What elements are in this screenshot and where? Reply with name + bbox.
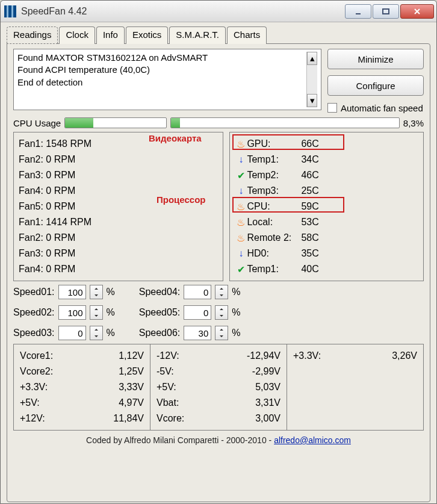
voltage-reading: +3.3V:3,26V xyxy=(293,348,417,364)
tab-exotics[interactable]: Exotics xyxy=(126,26,168,44)
speed-spinner[interactable] xyxy=(90,326,103,340)
log-line: Found MAXTOR STM3160212A on AdvSMART xyxy=(17,52,306,64)
arrow-down-icon: ↓ xyxy=(238,154,243,165)
app-window: SpeedFan 4.42 Readings Clock Info Exotic… xyxy=(0,0,437,504)
fan-reading: Fan2: 0 RPM xyxy=(19,152,218,167)
speed-spinner[interactable] xyxy=(215,285,228,299)
speed-input[interactable] xyxy=(184,326,211,340)
voltage-value: 3,26V xyxy=(336,350,417,361)
voltage-label: Vbat: xyxy=(157,397,200,408)
temp-reading: ✔Temp2:46C xyxy=(235,167,418,183)
voltage-panel: Vcore1:1,12VVcore2:1,25V+3.3V:3,33V+5V:4… xyxy=(13,344,424,431)
minimize-button[interactable]: Minimize xyxy=(327,49,424,69)
scroll-up-icon[interactable]: ▴ xyxy=(307,52,317,65)
arrow-down-icon: ↓ xyxy=(238,248,243,259)
voltage-label: -5V: xyxy=(157,366,200,377)
speed-spinner[interactable] xyxy=(215,305,228,320)
voltage-value: 1,25V xyxy=(63,366,144,377)
window-maximize-button[interactable] xyxy=(373,4,399,19)
tab-clock[interactable]: Clock xyxy=(59,26,95,44)
speed-control: Speed06:% xyxy=(139,326,241,340)
speed-input[interactable] xyxy=(184,305,211,320)
voltage-value: -2,99V xyxy=(200,366,280,377)
temp-value: 25C xyxy=(301,185,331,196)
voltage-value: -12,94V xyxy=(200,350,280,361)
log-scrollbar[interactable]: ▴ ▾ xyxy=(306,52,317,107)
autofan-label: Automatic fan speed xyxy=(341,103,423,114)
check-icon: ✔ xyxy=(237,264,245,275)
speed-spinner[interactable] xyxy=(90,285,103,299)
cpu-usage-row: CPU Usage 8,3% xyxy=(13,117,424,128)
temp-label: Temp1: xyxy=(247,154,301,165)
voltage-label: +5V: xyxy=(157,382,200,393)
temp-reading: ↓Temp1:34C xyxy=(235,152,418,167)
voltage-reading: +5V:4,97V xyxy=(20,395,144,411)
voltage-reading: +5V:5,03V xyxy=(157,379,280,395)
scroll-track[interactable] xyxy=(307,65,317,94)
speed-label: Speed03: xyxy=(13,328,55,338)
voltage-value: 5,03V xyxy=(200,382,280,393)
temp-label: Temp1: xyxy=(247,264,301,275)
window-minimize-button[interactable] xyxy=(345,4,371,19)
speed-label: Speed04: xyxy=(139,287,181,297)
highlight-cpu-box xyxy=(232,197,344,213)
speed-label: Speed02: xyxy=(13,307,55,318)
voltage-label: Vcore2: xyxy=(20,366,63,377)
arrow-down-icon: ↓ xyxy=(238,185,243,196)
fan-reading: Fan3: 0 RPM xyxy=(19,167,218,183)
speed-input[interactable] xyxy=(184,285,211,299)
autofan-checkbox[interactable] xyxy=(327,103,337,113)
flame-icon: ♨ xyxy=(237,232,245,244)
temp-reading: ♨Local:53C xyxy=(235,214,418,230)
speed-label: Speed06: xyxy=(139,328,181,338)
speed-spinner[interactable] xyxy=(215,326,228,340)
voltage-reading: +3.3V:3,33V xyxy=(20,379,144,395)
voltage-label: +3.3V: xyxy=(293,350,336,361)
voltage-value: 3,33V xyxy=(63,382,144,393)
voltage-reading: -12V:-12,94V xyxy=(157,348,280,364)
voltage-reading: Vbat:3,31V xyxy=(157,395,280,411)
voltage-label: +3.3V: xyxy=(20,382,63,393)
footer: Coded by Alfredo Milani Comparetti - 200… xyxy=(13,434,424,445)
speed-input[interactable] xyxy=(58,326,86,340)
footer-email-link[interactable]: alfredo@almico.com xyxy=(274,435,351,445)
cpu-usage-value: 8,3% xyxy=(403,118,424,128)
log-line: Found ACPI temperature (40,0C) xyxy=(17,64,306,76)
speed-control: Speed05:% xyxy=(139,305,241,320)
detection-log[interactable]: Found MAXTOR STM3160212A on AdvSMART Fou… xyxy=(13,49,321,110)
tab-body: Found MAXTOR STM3160212A on AdvSMART Fou… xyxy=(7,43,430,502)
tab-charts[interactable]: Charts xyxy=(227,26,267,44)
tab-readings[interactable]: Readings xyxy=(7,26,58,44)
speed-input[interactable] xyxy=(58,285,86,299)
fan-reading: Fan1: 1414 RPM xyxy=(19,214,218,230)
fan-reading: Fan2: 0 RPM xyxy=(19,230,218,246)
speed-input[interactable] xyxy=(58,305,86,320)
cpu-core1-bar xyxy=(64,117,167,128)
voltage-reading: Vcore1:1,12V xyxy=(20,348,144,364)
speed-spinner[interactable] xyxy=(90,305,103,320)
temp-label: HD0: xyxy=(247,248,301,259)
configure-button[interactable]: Configure xyxy=(327,75,424,96)
percent-label: % xyxy=(107,287,115,297)
scroll-down-icon[interactable]: ▾ xyxy=(307,94,317,107)
check-icon: ✔ xyxy=(237,170,245,181)
window-close-button[interactable] xyxy=(400,4,434,19)
temp-reading: ✔Temp1:40C xyxy=(235,261,418,277)
fan-reading: Fan3: 0 RPM xyxy=(19,246,218,261)
highlight-gpu-box xyxy=(232,134,344,150)
voltage-value: 1,12V xyxy=(63,350,144,361)
tab-info[interactable]: Info xyxy=(96,26,125,44)
speed-control: Speed03:% xyxy=(13,326,115,340)
titlebar[interactable]: SpeedFan 4.42 xyxy=(1,1,436,22)
svg-rect-1 xyxy=(383,9,389,14)
temp-label: Local: xyxy=(247,217,301,228)
client-area: Readings Clock Info Exotics S.M.A.R.T. C… xyxy=(1,22,436,503)
voltage-value: 3,00V xyxy=(200,413,280,424)
voltage-reading: Vcore2:1,25V xyxy=(20,364,144,379)
temp-value: 40C xyxy=(301,264,331,275)
temp-value: 46C xyxy=(301,170,331,181)
percent-label: % xyxy=(107,328,115,338)
temp-reading: ♨Remote 2:58C xyxy=(235,230,418,246)
tab-smart[interactable]: S.M.A.R.T. xyxy=(169,26,226,44)
window-title: SpeedFan 4.42 xyxy=(21,6,345,17)
